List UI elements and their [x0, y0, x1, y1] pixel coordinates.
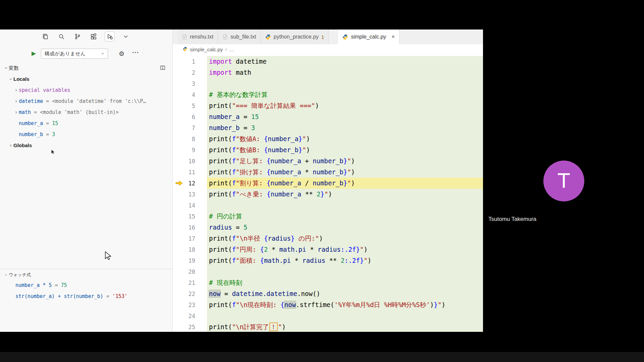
gutter[interactable]: 2 [173, 67, 207, 78]
tab-python_practice.py[interactable]: python_practice.py1 [261, 29, 329, 44]
code-line-content[interactable] [207, 200, 483, 211]
gutter[interactable]: 10 [173, 156, 207, 167]
breadcrumb-separator: › [225, 46, 227, 52]
breadcrumb[interactable]: simple_calc.py › … [173, 44, 483, 54]
gutter[interactable]: 23 [173, 299, 207, 310]
code-line-content[interactable] [207, 78, 483, 89]
tab-simple_calc.py[interactable]: simple_calc.py× [338, 29, 399, 44]
gutter[interactable]: 17 [173, 233, 207, 244]
chevron-down-icon: › [8, 76, 14, 82]
gutter[interactable]: 1 [173, 56, 207, 67]
tab-sub_file.txt[interactable]: sub_file.txt [218, 29, 261, 44]
variable-row[interactable]: number_b = 3 [0, 129, 172, 140]
gutter[interactable]: 12 [173, 178, 207, 189]
gutter[interactable]: 15 [173, 211, 207, 222]
code-line-content[interactable]: number_b = 3 [207, 122, 483, 133]
variable-row[interactable]: ›special variables [0, 84, 172, 96]
gutter[interactable]: 7 [173, 122, 207, 133]
gutter[interactable]: 6 [173, 111, 207, 122]
code-line-content[interactable] [207, 310, 483, 321]
code-line-content[interactable]: radius = 5 [207, 222, 483, 233]
watch-expression-row[interactable]: number_a * 5 = 75 [0, 280, 172, 291]
gutter[interactable]: 18 [173, 244, 207, 255]
variable-row[interactable]: ›Locals [0, 73, 172, 84]
watch-section-header[interactable]: › ウォッチ式 [0, 271, 31, 279]
code-line-content[interactable]: print(f"数値A: {number_a}") [207, 133, 483, 144]
variables-section-header[interactable]: › 変数 [0, 64, 172, 72]
tab-renshu.txt[interactable]: renshu.txt [177, 29, 218, 44]
variable-row[interactable]: ›math = <module 'math' (built-in)> [0, 107, 172, 118]
close-tab-icon[interactable]: × [391, 34, 395, 40]
code-line-content[interactable]: print(f"\n現在時刻: {now.strftime('%Y年%m月%d日… [207, 299, 483, 310]
line-number: 24 [189, 313, 195, 319]
settings-gear-icon[interactable]: ⚙ [119, 50, 124, 57]
gutter[interactable]: 25 [173, 321, 207, 332]
gutter[interactable]: 5 [173, 100, 207, 111]
search-icon[interactable] [57, 32, 66, 41]
code-line-content[interactable]: import datetime [207, 56, 483, 67]
gutter[interactable]: 11 [173, 167, 207, 178]
gutter[interactable]: 20 [173, 266, 207, 277]
code-line-content[interactable]: import math [207, 67, 483, 78]
code-line-content[interactable]: print("\n計算完了！") [207, 321, 483, 332]
code-line-content[interactable]: print(f"数値B: {number_b}") [207, 144, 483, 156]
code-line-content[interactable]: print(f"円周: {2 * math.pi * radius:.2f}") [207, 244, 483, 255]
code-line-content[interactable]: # 現在時刻 [207, 277, 483, 288]
text-file-icon [222, 34, 228, 40]
code-line-content[interactable]: print("=== 簡単な計算結果 ===") [207, 100, 483, 111]
line-number: 6 [192, 114, 195, 120]
code-line: 17print(f"\n半径 {radius} の円:") [173, 233, 483, 244]
watch-expression-row[interactable]: str(number_a) + str(number_b) = '153' [0, 291, 172, 302]
code-line-content[interactable]: number_a = 15 [207, 111, 483, 122]
gutter[interactable]: 8 [173, 133, 207, 144]
gutter[interactable]: 13 [173, 189, 207, 200]
code-line-content[interactable]: print(f"べき乗: {number_a ** 2}") [207, 189, 483, 200]
code-line-content[interactable]: print(f"割り算: {number_a / number_b}") [207, 178, 483, 189]
code-line-content[interactable]: # 円の計算 [207, 211, 483, 222]
gutter[interactable]: 16 [173, 222, 207, 233]
code-line: 16radius = 5 [173, 222, 483, 233]
editor-area: renshu.txtsub_file.txtpython_practice.py… [173, 29, 483, 332]
chevron-down-icon[interactable] [121, 32, 130, 41]
tab-label: sub_file.txt [230, 34, 256, 40]
code-line-content[interactable] [207, 266, 483, 277]
mouse-cursor [105, 251, 113, 260]
gutter[interactable]: 14 [173, 200, 207, 211]
variable-row[interactable]: ›Globals [0, 140, 172, 151]
participant-name: Tsutomu Takemura [488, 216, 536, 223]
more-actions-icon[interactable]: ··· [132, 49, 139, 56]
gutter[interactable]: 19 [173, 255, 207, 266]
code-line-content[interactable]: print(f"掛け算: {number_a * number_b}") [207, 167, 483, 178]
line-number: 13 [189, 191, 195, 198]
gutter[interactable]: 3 [173, 78, 207, 89]
gutter[interactable]: 9 [173, 144, 207, 156]
run-debug-icon[interactable] [105, 32, 114, 41]
breadcrumb-more[interactable]: … [229, 47, 234, 52]
gutter[interactable]: 22 [173, 288, 207, 299]
line-number: 7 [192, 125, 195, 131]
extensions-icon[interactable] [89, 32, 98, 41]
line-number: 1 [192, 58, 195, 65]
code-line-content[interactable]: # 基本的な数学計算 [207, 89, 483, 100]
line-number: 21 [189, 280, 195, 286]
variables-header-label: 変数 [9, 65, 19, 71]
tab-label: renshu.txt [190, 34, 213, 40]
variable-row[interactable]: ›datetime = <module 'datetime' from 'c:\… [0, 96, 172, 107]
line-number: 19 [189, 257, 195, 264]
source-control-icon[interactable] [73, 32, 82, 41]
chevron-right-icon: › [13, 87, 19, 93]
debug-start-button[interactable]: ▶ [32, 50, 36, 57]
code-line-content[interactable]: print(f"面積: {math.pi * radius ** 2:.2f}"… [207, 255, 483, 266]
breadcrumb-file[interactable]: simple_calc.py [190, 47, 223, 52]
variable-row[interactable]: number_a = 15 [0, 118, 172, 129]
gutter[interactable]: 4 [173, 89, 207, 100]
code-line-content[interactable]: now = datetime.datetime.now() [207, 288, 483, 299]
code-line: 8print(f"数値A: {number_a}") [173, 133, 483, 144]
copy-icon[interactable] [41, 32, 50, 41]
gutter[interactable]: 21 [173, 277, 207, 288]
code-line-content[interactable]: print(f"足し算: {number_a + number_b}") [207, 156, 483, 167]
code-line-content[interactable]: print(f"\n半径 {radius} の円:") [207, 233, 483, 244]
gutter[interactable]: 24 [173, 310, 207, 321]
debug-config-dropdown[interactable]: 構成がありません › [41, 49, 108, 59]
split-editor-icon[interactable] [160, 65, 166, 72]
